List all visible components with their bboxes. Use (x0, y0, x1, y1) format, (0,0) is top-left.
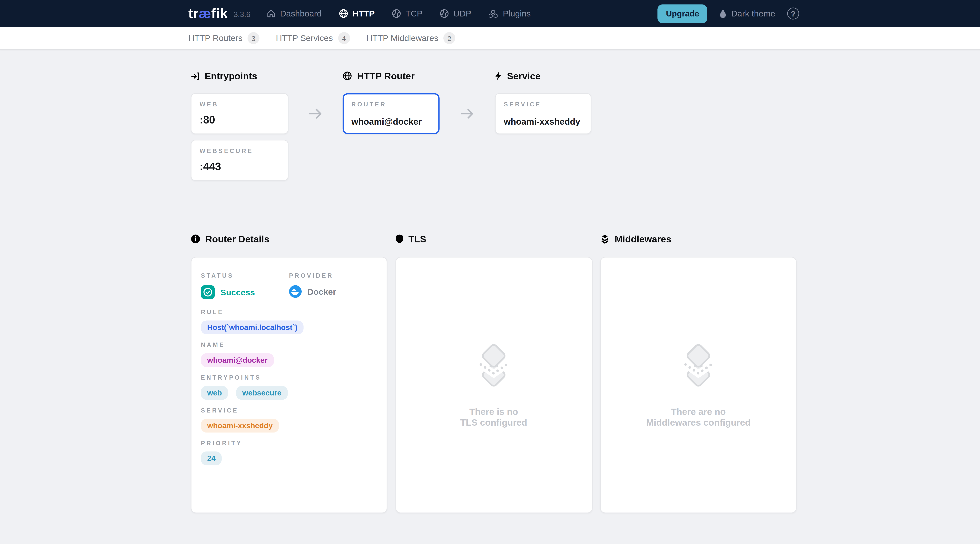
middlewares-empty-message: There are no Middlewares configured (646, 406, 751, 428)
card-value: :80 (200, 114, 280, 127)
empty-line: TLS configured (460, 417, 527, 428)
entrypoint-chip: websecure (236, 386, 288, 400)
middlewares-card: There are no Middlewares configured (600, 257, 797, 513)
nav-item-http[interactable]: HTTP (339, 9, 375, 18)
nav-item-udp[interactable]: UDP (440, 9, 471, 18)
nav-item-tcp[interactable]: TCP (391, 9, 422, 18)
card-value: whoami-xxsheddy (504, 116, 582, 126)
service-field: SERVICE whoami-xxsheddy (201, 407, 377, 433)
empty-line: There is no (460, 406, 527, 417)
status-value: Success (221, 288, 255, 297)
entrypoint-chip: web (201, 386, 228, 400)
lightning-icon (495, 71, 502, 81)
card-label: WEB (200, 101, 280, 108)
tcp-icon (391, 9, 401, 18)
middlewares-column: Middlewares There are no (600, 234, 797, 513)
http-router-heading: HTTP Router (343, 70, 440, 81)
provider-label: PROVIDER (289, 272, 333, 279)
help-icon[interactable]: ? (787, 8, 799, 20)
flow-arrow-icon (440, 93, 495, 134)
status-label: STATUS (201, 272, 234, 279)
topbar: træfik 3.3.6 Dashboard HTTP (0, 0, 980, 27)
docker-icon (289, 285, 302, 297)
topbar-actions: Upgrade Dark theme ? (658, 4, 799, 23)
card-value: :443 (200, 161, 280, 173)
entrypoints-heading: Entrypoints (191, 70, 288, 81)
service-label: SERVICE (201, 407, 377, 414)
tab-label: HTTP Services (276, 33, 333, 43)
logo-part: tr (188, 5, 199, 21)
udp-icon (440, 9, 449, 18)
entrypoints-field: ENTRYPOINTS web websecure (201, 374, 377, 400)
nav-label: UDP (453, 9, 471, 18)
nav-item-plugins[interactable]: Plugins (488, 9, 531, 18)
entrypoints-label: ENTRYPOINTS (201, 374, 377, 381)
priority-field: PRIORITY 24 (201, 439, 377, 465)
pipeline: Entrypoints HTTP Router Service WEB (191, 70, 799, 181)
empty-layers-illustration (474, 342, 514, 390)
globe-icon (339, 9, 348, 18)
tab-http-services[interactable]: HTTP Services 4 (276, 32, 350, 44)
tab-count-badge: 4 (338, 32, 350, 44)
rule-field: RULE Host(`whoami.localhost`) (201, 309, 377, 334)
dark-theme-label: Dark theme (731, 9, 775, 18)
globe-icon (343, 71, 352, 81)
name-field: NAME whoami@docker (201, 341, 377, 367)
dark-theme-toggle[interactable]: Dark theme (719, 8, 775, 18)
shield-icon (395, 234, 403, 243)
logo-part: fik (211, 5, 228, 21)
logo-ae: æ (199, 5, 211, 21)
nav-item-dashboard[interactable]: Dashboard (266, 9, 321, 18)
traefik-logo[interactable]: træfik (188, 5, 228, 22)
rule-chip: Host(`whoami.localhost`) (201, 320, 304, 334)
provider-value: Docker (307, 287, 336, 296)
service-chip: whoami-xxsheddy (201, 419, 279, 433)
status-field: STATUS Success (201, 269, 289, 299)
section-title: Service (507, 70, 541, 81)
section-title: Entrypoints (205, 70, 257, 81)
section-title: Router Details (205, 234, 269, 244)
tab-label: HTTP Routers (188, 33, 242, 43)
nav-label: Plugins (503, 9, 531, 18)
router-details-card: STATUS Success PROVIDER (191, 257, 387, 513)
details-section: Router Details STATUS Success (191, 234, 799, 513)
provider-field: PROVIDER Docker (289, 269, 377, 299)
nav-label: Dashboard (280, 9, 321, 18)
droplet-icon (719, 8, 727, 18)
service-card[interactable]: SERVICE whoami-xxsheddy (495, 93, 591, 134)
section-title: Middlewares (615, 234, 671, 244)
empty-line: There are no (646, 406, 751, 417)
name-label: NAME (201, 341, 377, 348)
info-icon (191, 234, 200, 243)
layers-icon (600, 234, 609, 243)
card-label: WEBSECURE (200, 147, 280, 154)
tls-column: TLS There is no (395, 234, 592, 513)
section-title: HTTP Router (357, 70, 415, 81)
login-arrow-icon (191, 72, 200, 80)
tls-heading: TLS (395, 234, 592, 244)
nav-label: TCP (406, 9, 423, 18)
upgrade-button[interactable]: Upgrade (658, 4, 707, 23)
priority-chip: 24 (201, 452, 222, 465)
empty-line: Middlewares configured (646, 417, 751, 428)
tls-empty-message: There is no TLS configured (460, 406, 527, 428)
version-label: 3.3.6 (234, 8, 250, 18)
card-label: SERVICE (504, 101, 582, 108)
middlewares-heading: Middlewares (600, 234, 797, 244)
success-check-icon (201, 285, 215, 299)
section-title: TLS (409, 234, 426, 244)
name-chip: whoami@docker (201, 353, 274, 367)
flow-arrow-icon (288, 93, 343, 134)
empty-layers-illustration (678, 342, 719, 390)
router-card[interactable]: ROUTER whoami@docker (343, 93, 440, 134)
tab-http-routers[interactable]: HTTP Routers 3 (188, 32, 259, 44)
rule-label: RULE (201, 309, 377, 315)
entrypoint-card-web[interactable]: WEB :80 (191, 93, 288, 134)
plugins-icon (488, 9, 498, 18)
entrypoint-card-websecure[interactable]: WEBSECURE :443 (191, 140, 288, 181)
main-content: Entrypoints HTTP Router Service WEB (0, 50, 980, 513)
tab-http-middlewares[interactable]: HTTP Middlewares 2 (366, 32, 455, 44)
subnav: HTTP Routers 3 HTTP Services 4 HTTP Midd… (0, 27, 980, 50)
service-heading: Service (495, 70, 591, 81)
main-nav: Dashboard HTTP TCP (266, 9, 531, 18)
